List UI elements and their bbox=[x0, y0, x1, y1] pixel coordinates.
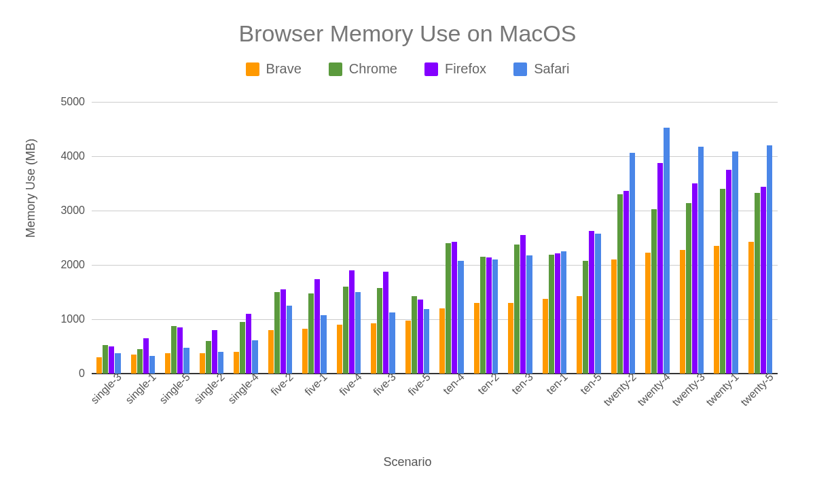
bar bbox=[321, 315, 326, 374]
bar bbox=[302, 329, 308, 374]
bar bbox=[143, 338, 149, 374]
bar bbox=[452, 242, 457, 374]
chart-container: Browser Memory Use on MacOS BraveChromeF… bbox=[0, 0, 815, 504]
x-axis-label: Scenario bbox=[0, 455, 815, 469]
bar bbox=[458, 261, 463, 374]
bar bbox=[698, 147, 704, 374]
y-tick-label: 1000 bbox=[51, 313, 85, 325]
plot-area: 010002000300040005000single-3single-1sin… bbox=[92, 102, 778, 374]
grid-line bbox=[92, 319, 778, 320]
x-axis-baseline bbox=[92, 373, 778, 374]
bar bbox=[418, 300, 423, 374]
bar bbox=[165, 353, 170, 374]
bar bbox=[274, 292, 280, 374]
bar bbox=[480, 257, 486, 374]
bar bbox=[549, 255, 554, 374]
bar bbox=[389, 312, 395, 374]
bar bbox=[131, 355, 137, 374]
y-tick-label: 4000 bbox=[51, 150, 85, 162]
bar bbox=[555, 253, 560, 374]
bar bbox=[692, 183, 698, 374]
bar bbox=[371, 323, 376, 374]
legend-item: Firefox bbox=[424, 61, 486, 77]
bar bbox=[412, 296, 417, 374]
bar bbox=[686, 203, 691, 374]
legend-item: Safari bbox=[513, 61, 569, 77]
bar bbox=[748, 242, 754, 374]
bar bbox=[424, 309, 429, 374]
bar bbox=[726, 170, 731, 374]
legend-swatch bbox=[246, 62, 259, 76]
y-tick-label: 3000 bbox=[51, 204, 85, 217]
y-tick-label: 5000 bbox=[51, 96, 85, 108]
bar bbox=[680, 250, 685, 374]
bar bbox=[268, 330, 274, 374]
legend-swatch bbox=[329, 62, 342, 76]
bar bbox=[630, 153, 635, 374]
bar bbox=[755, 193, 760, 374]
bar bbox=[377, 288, 382, 374]
bar bbox=[720, 189, 725, 374]
bar bbox=[732, 151, 738, 374]
legend-swatch bbox=[513, 62, 527, 76]
category-label: single-3 bbox=[82, 371, 124, 413]
bar bbox=[657, 163, 663, 374]
bar bbox=[234, 352, 239, 374]
bar bbox=[439, 308, 445, 374]
grid-line bbox=[92, 265, 778, 266]
grid-line bbox=[92, 156, 778, 157]
chart-title: Browser Memory Use on MacOS bbox=[0, 20, 815, 47]
bar bbox=[623, 191, 629, 374]
bar bbox=[240, 322, 245, 374]
bar bbox=[343, 287, 348, 374]
bar bbox=[212, 330, 217, 374]
bar bbox=[337, 325, 342, 374]
bar bbox=[171, 326, 177, 374]
grid-line bbox=[92, 211, 778, 211]
bar bbox=[446, 243, 451, 374]
bar bbox=[589, 231, 594, 374]
legend-label: Safari bbox=[534, 61, 569, 77]
bar bbox=[287, 306, 292, 374]
bar bbox=[109, 346, 114, 374]
bar bbox=[103, 345, 108, 374]
bar bbox=[651, 209, 657, 374]
bar bbox=[486, 257, 492, 374]
bar bbox=[200, 353, 205, 374]
bar bbox=[96, 357, 102, 374]
bar bbox=[137, 349, 143, 374]
bar bbox=[577, 296, 582, 374]
bar bbox=[761, 187, 766, 374]
bar bbox=[583, 261, 588, 374]
bar bbox=[611, 259, 617, 374]
bar bbox=[508, 303, 513, 374]
legend-label: Firefox bbox=[445, 61, 486, 77]
legend-item: Chrome bbox=[329, 61, 397, 77]
bar bbox=[645, 253, 651, 374]
category-label: twenty-5 bbox=[734, 371, 776, 413]
grid-line bbox=[92, 102, 778, 103]
bar bbox=[714, 246, 719, 374]
y-axis-label: Memory Use (MB) bbox=[24, 139, 38, 238]
bar bbox=[280, 289, 286, 374]
bar bbox=[526, 255, 532, 374]
bar bbox=[664, 128, 669, 374]
legend: BraveChromeFirefoxSafari bbox=[0, 61, 815, 77]
bar bbox=[405, 321, 411, 374]
bar bbox=[349, 270, 355, 374]
legend-label: Chrome bbox=[349, 61, 397, 77]
bar bbox=[177, 327, 183, 374]
bar bbox=[183, 348, 189, 374]
bar bbox=[543, 299, 548, 374]
bar bbox=[767, 145, 772, 374]
bar bbox=[514, 245, 520, 374]
bar bbox=[115, 353, 120, 374]
legend-swatch bbox=[424, 62, 438, 76]
bar bbox=[492, 259, 498, 374]
legend-item: Brave bbox=[246, 61, 302, 77]
bar bbox=[246, 314, 251, 374]
y-tick-label: 0 bbox=[51, 367, 85, 380]
bar bbox=[474, 303, 479, 374]
y-tick-label: 2000 bbox=[51, 259, 85, 271]
bar bbox=[355, 292, 361, 374]
